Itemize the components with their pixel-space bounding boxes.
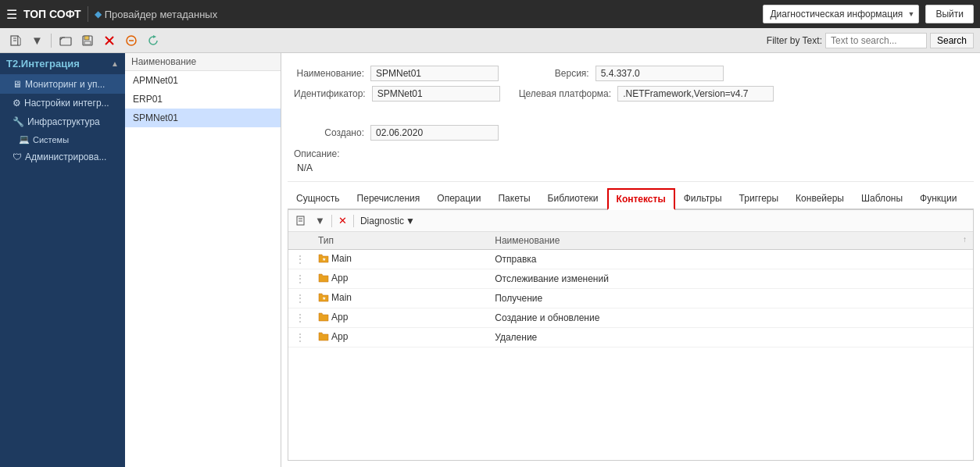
tab-triggers[interactable]: Триггеры <box>731 188 788 209</box>
table-row[interactable]: ⋮AppСоздание и обновление <box>288 308 973 328</box>
cancel-icon <box>125 34 138 47</box>
sort-icon[interactable]: ↑ <box>963 235 967 244</box>
sidebar-collapse-icon[interactable]: ▲ <box>111 59 119 68</box>
table-row[interactable]: ⋮★MainПолучение <box>288 289 973 308</box>
row-name: Получение <box>488 289 973 308</box>
list-item[interactable]: APMNet01 <box>125 71 281 90</box>
naim-row: Наименование: <box>294 66 500 81</box>
sidebar-section-header[interactable]: Т2.Интеграция ▲ <box>0 53 125 75</box>
app-title: ТОП СОФТ <box>23 8 81 20</box>
new-icon <box>9 34 22 47</box>
open-button[interactable] <box>56 33 75 48</box>
svg-marker-3 <box>18 36 20 45</box>
sidebar-item-settings[interactable]: ⚙ Настройки интегр... <box>0 94 125 112</box>
save-button[interactable] <box>78 33 97 48</box>
add-dropdown-arrow[interactable]: ▼ <box>312 213 328 228</box>
tab-conveyors[interactable]: Конвейеры <box>787 188 853 209</box>
row-name: Отслеживание изменений <box>488 269 973 289</box>
cancel-button[interactable] <box>122 33 141 48</box>
drag-handle[interactable]: ⋮ <box>288 250 312 269</box>
sidebar-item-infra-label: Инфраструктура <box>27 116 100 127</box>
platform-label: Целевая платформа: <box>519 88 611 99</box>
delete-context-button[interactable]: ✕ <box>335 213 350 228</box>
sidebar-item-infra[interactable]: 🔧 Инфраструктура <box>0 112 125 131</box>
inner-sep-2 <box>353 215 354 227</box>
refresh-icon <box>147 34 159 47</box>
delete-button[interactable] <box>100 33 119 48</box>
refresh-button[interactable] <box>144 33 163 48</box>
version-input[interactable] <box>596 66 724 81</box>
name-col-header: Наименование ↑ <box>488 232 973 250</box>
drag-handle[interactable]: ⋮ <box>288 308 312 328</box>
new-button[interactable] <box>6 33 25 48</box>
svg-text:★: ★ <box>322 257 326 262</box>
naim-input[interactable] <box>370 66 499 81</box>
tab-packets[interactable]: Пакеты <box>489 188 538 209</box>
created-input[interactable] <box>370 125 499 141</box>
save-icon <box>81 34 94 47</box>
diagnostic-group-dropdown[interactable]: Diagnostic ▼ <box>357 214 418 228</box>
list-item[interactable]: ERP01 <box>125 90 281 109</box>
tab-enum[interactable]: Перечисления <box>349 188 429 209</box>
open-icon <box>59 34 72 47</box>
search-button[interactable]: Search <box>930 33 974 48</box>
logout-button[interactable]: Выйти <box>925 5 974 23</box>
sidebar-item-admin[interactable]: 🛡 Администрирова... <box>0 148 125 166</box>
tab-templates[interactable]: Шаблоны <box>853 188 911 209</box>
detail-panel: Наименование: Идентификатор: Версия: <box>281 53 980 467</box>
admin-icon: 🛡 <box>13 152 22 162</box>
table-header-row: Тип Наименование ↑ <box>288 232 973 250</box>
filter-label: Filter by Text: <box>767 35 822 46</box>
settings-icon: ⚙ <box>13 98 21 109</box>
infra-icon: 🔧 <box>13 116 24 127</box>
context-table: Тип Наименование ↑ ⋮★MainОтправка⋮AppОтс… <box>288 232 973 460</box>
app-subtitle: ◆ Провайдер метаданных <box>95 9 218 20</box>
title-separator <box>88 6 88 22</box>
menu-icon[interactable]: ☰ <box>6 7 17 22</box>
tab-contexts[interactable]: Контексты <box>607 188 675 210</box>
version-label: Версия: <box>519 68 589 79</box>
sidebar-item-systems[interactable]: 💻 Системы <box>0 131 125 148</box>
tab-ops[interactable]: Операции <box>428 188 489 209</box>
drag-handle[interactable]: ⋮ <box>288 269 312 289</box>
table-row[interactable]: ⋮AppУдаление <box>288 328 973 348</box>
sidebar-item-settings-label: Настройки интегр... <box>24 98 109 109</box>
content-area: Наименование APMNet01 ERP01 SPMNet01 Наи… <box>125 53 980 467</box>
tab-filters[interactable]: Фильтры <box>675 188 731 209</box>
diagnostic-label: Diagnostic <box>360 216 404 226</box>
top-bar: ☰ ТОП СОФТ ◆ Провайдер метаданных Диагно… <box>0 0 980 28</box>
list-item-selected[interactable]: SPMNet01 <box>125 109 281 127</box>
second-bar: ▼ Filter by Text: Search <box>0 28 980 53</box>
drag-handle[interactable]: ⋮ <box>288 289 312 308</box>
table-row[interactable]: ⋮AppОтслеживание изменений <box>288 269 973 289</box>
svg-rect-6 <box>84 36 89 40</box>
systems-icon: 💻 <box>19 134 30 144</box>
id-row: Идентификатор: <box>294 86 500 102</box>
desc-text: N/A <box>294 161 967 175</box>
id-input[interactable] <box>372 86 500 102</box>
form-section-left: Наименование: Идентификатор: <box>294 66 500 106</box>
tab-libs[interactable]: Библиотеки <box>539 188 607 209</box>
svg-text:★: ★ <box>322 296 326 301</box>
platform-row: Целевая платформа: <box>519 86 774 102</box>
add-context-button[interactable] <box>293 214 310 228</box>
desc-label: Описание: <box>294 148 967 159</box>
new-dropdown-button[interactable]: ▼ <box>28 32 46 48</box>
sidebar-item-monitoring[interactable]: 🖥 Мониторинг и уп... <box>0 75 125 94</box>
search-input[interactable] <box>825 33 927 48</box>
tab-entity[interactable]: Сущность <box>288 188 349 209</box>
drag-handle[interactable]: ⋮ <box>288 328 312 348</box>
row-name: Создание и обновление <box>488 308 973 328</box>
add-icon <box>296 216 307 226</box>
table-row[interactable]: ⋮★MainОтправка <box>288 250 973 269</box>
item-list: Наименование APMNet01 ERP01 SPMNet01 <box>125 53 281 467</box>
platform-input[interactable] <box>617 86 774 102</box>
subtitle-diamond-icon: ◆ <box>95 9 102 20</box>
toolbar-sep-1 <box>51 34 52 48</box>
tabs-row: Сущность Перечисления Операции Пакеты Би… <box>288 188 974 210</box>
diagnostic-dropdown[interactable]: Диагностическая информация <box>763 5 919 23</box>
tab-functions[interactable]: Функции <box>911 188 965 209</box>
item-list-header: Наименование <box>125 53 281 71</box>
diagnostic-dropdown-wrap: Диагностическая информация <box>763 5 919 23</box>
row-name: Отправка <box>488 250 973 269</box>
